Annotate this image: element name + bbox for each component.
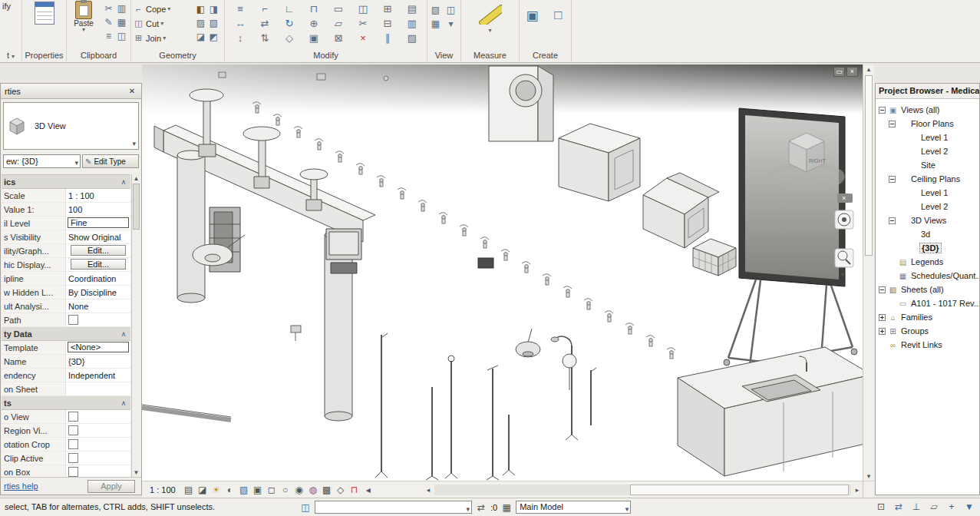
properties-scroll-thumb[interactable] [133, 184, 140, 230]
panel-label-properties[interactable]: Properties [22, 51, 66, 60]
property-row[interactable]: Region Vi... [2, 424, 130, 438]
swap-icon[interactable]: ⇅ [252, 31, 277, 45]
reveal-hidden-elements-icon[interactable]: ◍ [306, 483, 320, 497]
property-row[interactable]: s Visibility Show Original [2, 230, 130, 244]
offset-icon[interactable]: ⌐ [252, 2, 277, 16]
paint-icon[interactable]: ◧ [194, 2, 207, 16]
split-icon[interactable]: ▭ [326, 2, 351, 16]
equipment-box-1[interactable] [559, 124, 640, 201]
iv-poles[interactable] [375, 333, 596, 480]
drag-on-selection-icon[interactable]: + [945, 501, 958, 513]
small-fixtures[interactable] [142, 326, 576, 420]
cut-geometry-icon[interactable]: ▣ [302, 31, 326, 45]
pin-icon[interactable]: ⊕ [302, 16, 326, 31]
property-row[interactable]: ility/Graph... Edit... [2, 244, 130, 258]
property-row[interactable]: ult Analysi... None [2, 299, 130, 313]
property-row[interactable]: il Level Fine [2, 217, 130, 230]
scroll-left-icon[interactable]: ◂ [423, 486, 434, 494]
property-row[interactable]: otation Crop [2, 438, 130, 452]
shadows-icon[interactable]: ◐ [223, 483, 237, 497]
crop-view-icon[interactable]: ▣ [251, 483, 265, 497]
design-options-combo[interactable]: Main Model [516, 501, 631, 514]
scroll-right-icon[interactable]: ▸ [852, 486, 863, 494]
thin-lines-icon[interactable]: ▧ [429, 3, 442, 17]
property-row[interactable]: o View [2, 410, 130, 424]
tree-expander[interactable] [889, 176, 896, 183]
property-row[interactable]: ts [2, 396, 130, 410]
property-row[interactable]: Value 1: 100 [2, 203, 130, 217]
tree-item[interactable]: Ceiling Plans [876, 172, 979, 186]
close-icon[interactable]: ✕ [127, 86, 137, 97]
viewport-horizontal-scrollbar[interactable]: ◂ ▸ [423, 481, 863, 498]
property-row[interactable]: Clip Active [2, 452, 130, 465]
mirror-axis-icon[interactable]: ∟ [277, 2, 302, 16]
visual-style-icon[interactable]: ◪ [196, 483, 210, 497]
exclude-options-icon[interactable]: ⊡ [875, 501, 887, 513]
show-crop-region-icon[interactable]: ◻ [265, 483, 279, 497]
properties-title-bar[interactable]: rties ✕ [1, 84, 141, 99]
delete-icon[interactable]: × [351, 31, 375, 45]
split-face-icon[interactable]: ▨ [194, 16, 207, 30]
create-similar-icon[interactable]: □ [549, 6, 568, 25]
unlocked-view-icon[interactable]: ○ [279, 483, 292, 497]
panel-label-view[interactable]: View [427, 51, 460, 60]
sun-path-icon[interactable]: ☀ [210, 483, 223, 497]
extend-icon[interactable]: ▥ [400, 16, 424, 31]
selection-filter-icon[interactable]: ▼ [963, 501, 975, 513]
tree-expander[interactable] [889, 121, 896, 127]
worksets-combo[interactable] [315, 501, 472, 514]
cut-icon[interactable]: ✂ [102, 2, 115, 15]
tree-item[interactable]: Groups [876, 324, 979, 338]
property-row[interactable]: Path [2, 313, 130, 327]
select-pins-icon[interactable]: ⊥ [910, 501, 922, 513]
project-browser-title[interactable]: Project Browser - Medical [876, 84, 979, 99]
detail-level-icon[interactable]: ▤ [182, 483, 196, 497]
cut-button[interactable]: ◫ Cut ▾ [133, 16, 170, 31]
tree-item[interactable]: Level 2 [876, 144, 979, 158]
tree-item[interactable]: A101 - 1017 Rev... [876, 296, 979, 310]
view-combo[interactable]: ew: {3D} [3, 154, 81, 168]
isolate-icon[interactable]: ▦ [429, 17, 442, 31]
crate-basket[interactable] [693, 239, 736, 276]
viewport-vertical-scrollbar[interactable]: ▴ ▾ [863, 64, 874, 481]
horizontal-scroll-thumb[interactable] [630, 485, 849, 495]
hatch-icon[interactable]: ▨ [400, 31, 424, 45]
properties-button[interactable] [22, 2, 66, 25]
tree-item[interactable]: Legends [876, 255, 979, 269]
join-geometry-icon[interactable]: ◇ [277, 31, 302, 45]
tree-expander[interactable] [879, 328, 886, 335]
tree-item[interactable]: Level 2 [876, 200, 979, 213]
property-row[interactable]: on Box [2, 465, 130, 477]
restore-window-button[interactable]: ▭ [833, 67, 845, 77]
remove-paint-icon[interactable]: ◨ [207, 2, 220, 16]
rotate-icon[interactable]: ↻ [277, 16, 302, 31]
tree-expander[interactable] [879, 286, 886, 293]
tree-item[interactable]: 3D Views [876, 213, 979, 227]
tree-item[interactable]: Families [876, 310, 979, 324]
copy-icon-2[interactable]: ⇄ [252, 16, 277, 31]
panel-label-modify[interactable]: Modify [225, 51, 427, 60]
horizontal-scroll-track[interactable] [434, 485, 851, 495]
properties-help-link[interactable]: rties help [4, 481, 38, 491]
scroll-up-icon[interactable]: ▴ [863, 65, 874, 73]
measure-button[interactable]: ▾ [461, 5, 519, 34]
match-properties-icon[interactable]: ✎ [102, 15, 115, 29]
property-row[interactable]: w Hidden L... By Discipline [2, 286, 130, 299]
property-row[interactable]: Template <None> [2, 341, 130, 355]
panel-label-clipboard[interactable]: Clipboard [67, 51, 130, 60]
unjoin-icon[interactable]: ⊠ [326, 31, 351, 45]
property-row[interactable]: on Sheet [2, 382, 130, 396]
move-icon[interactable]: ↔ [228, 16, 252, 31]
tree-item[interactable]: Revit Links [876, 338, 979, 352]
property-row[interactable]: Scale 1 : 100 [2, 189, 130, 203]
copy-icon[interactable]: ▥ [115, 2, 128, 15]
move-vertical-icon[interactable]: ↕ [228, 31, 252, 45]
tree-item[interactable]: Sheets (all) [876, 283, 979, 296]
trim-corner-icon[interactable]: ⊟ [375, 16, 400, 31]
filter-small-icon[interactable]: ◫ [115, 29, 128, 43]
scroll-down-icon[interactable]: ▾ [863, 472, 874, 480]
tree-expander[interactable] [889, 217, 896, 224]
scale-button[interactable]: 1 : 100 [148, 485, 182, 495]
panel-label-geometry[interactable]: Geometry [131, 51, 224, 60]
tree-item[interactable]: Level 1 [876, 131, 979, 144]
